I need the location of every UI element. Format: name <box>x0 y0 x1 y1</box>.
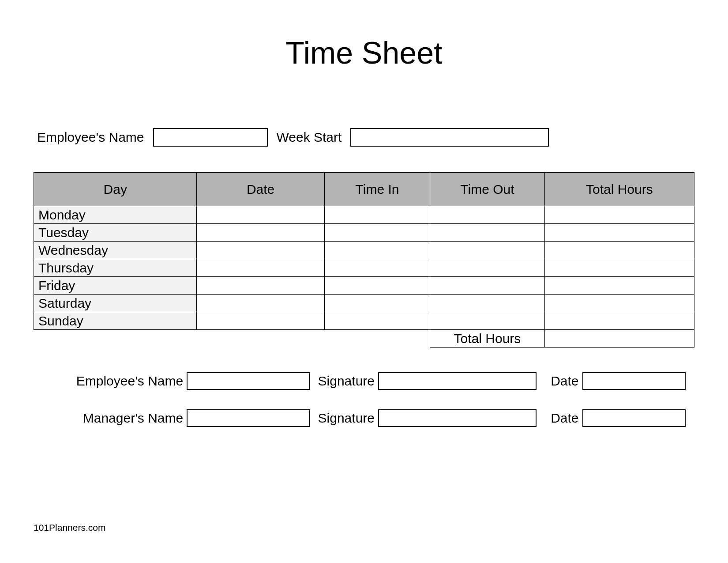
time-in-cell[interactable] <box>324 242 430 259</box>
table-row: Tuesday <box>34 224 694 242</box>
time-out-cell[interactable] <box>430 259 545 277</box>
time-out-cell[interactable] <box>430 295 545 312</box>
table-row: Sunday <box>34 312 694 330</box>
total-hours-cell[interactable] <box>544 295 694 312</box>
total-hours-cell[interactable] <box>544 242 694 259</box>
emp-date-input[interactable] <box>582 372 686 390</box>
total-hours-cell[interactable] <box>544 259 694 277</box>
top-fields-row: Employee's Name Week Start <box>34 128 694 147</box>
header-day: Day <box>34 173 197 206</box>
total-hours-cell[interactable] <box>544 206 694 224</box>
table-row: Thursday <box>34 259 694 277</box>
date-cell[interactable] <box>197 277 324 295</box>
manager-signature-row: Manager's Name Signature Date <box>42 409 686 427</box>
emp-name-input-2[interactable] <box>187 372 310 390</box>
time-out-cell[interactable] <box>430 242 545 259</box>
emp-date-label: Date <box>551 374 578 389</box>
time-out-cell[interactable] <box>430 312 545 330</box>
header-total-hours: Total Hours <box>544 173 694 206</box>
page-title: Time Sheet <box>34 35 694 71</box>
table-row: Wednesday <box>34 242 694 259</box>
time-out-cell[interactable] <box>430 206 545 224</box>
time-in-cell[interactable] <box>324 295 430 312</box>
time-out-cell[interactable] <box>430 224 545 242</box>
time-in-cell[interactable] <box>324 224 430 242</box>
day-cell: Saturday <box>34 295 197 312</box>
day-cell: Friday <box>34 277 197 295</box>
date-cell[interactable] <box>197 259 324 277</box>
table-row: Saturday <box>34 295 694 312</box>
total-hours-cell[interactable] <box>544 224 694 242</box>
day-cell: Tuesday <box>34 224 197 242</box>
date-cell[interactable] <box>197 242 324 259</box>
emp-signature-input[interactable] <box>378 372 537 390</box>
mgr-date-label: Date <box>551 411 578 426</box>
employee-name-label: Employee's Name <box>37 130 144 145</box>
day-cell: Monday <box>34 206 197 224</box>
header-time-in: Time In <box>324 173 430 206</box>
header-date: Date <box>197 173 324 206</box>
time-in-cell[interactable] <box>324 206 430 224</box>
total-hours-label: Total Hours <box>430 330 545 348</box>
day-cell: Thursday <box>34 259 197 277</box>
total-hours-cell[interactable] <box>544 312 694 330</box>
header-time-out: Time Out <box>430 173 545 206</box>
footer-text: 101Planners.com <box>34 522 105 533</box>
total-hours-value[interactable] <box>544 330 694 348</box>
employee-signature-row: Employee's Name Signature Date <box>42 372 686 390</box>
table-row: Monday <box>34 206 694 224</box>
mgr-signature-input[interactable] <box>378 409 537 427</box>
mgr-signature-label: Signature <box>318 411 375 426</box>
table-header-row: Day Date Time In Time Out Total Hours <box>34 173 694 206</box>
emp-signature-label: Signature <box>318 374 375 389</box>
time-in-cell[interactable] <box>324 259 430 277</box>
date-cell[interactable] <box>197 206 324 224</box>
emp-name-label-2: Employee's Name <box>42 374 183 389</box>
mgr-date-input[interactable] <box>582 409 686 427</box>
timesheet-table: Day Date Time In Time Out Total Hours Mo… <box>34 172 694 348</box>
employee-name-input[interactable] <box>153 128 268 147</box>
time-in-cell[interactable] <box>324 277 430 295</box>
week-start-label: Week Start <box>277 130 342 145</box>
mgr-name-label: Manager's Name <box>42 411 183 426</box>
mgr-name-input[interactable] <box>187 409 310 427</box>
total-hours-cell[interactable] <box>544 277 694 295</box>
date-cell[interactable] <box>197 224 324 242</box>
date-cell[interactable] <box>197 312 324 330</box>
day-cell: Wednesday <box>34 242 197 259</box>
week-start-input[interactable] <box>350 128 549 147</box>
date-cell[interactable] <box>197 295 324 312</box>
total-row: Total Hours <box>34 330 694 348</box>
table-row: Friday <box>34 277 694 295</box>
time-out-cell[interactable] <box>430 277 545 295</box>
signature-section: Employee's Name Signature Date Manager's… <box>34 372 694 427</box>
time-in-cell[interactable] <box>324 312 430 330</box>
day-cell: Sunday <box>34 312 197 330</box>
